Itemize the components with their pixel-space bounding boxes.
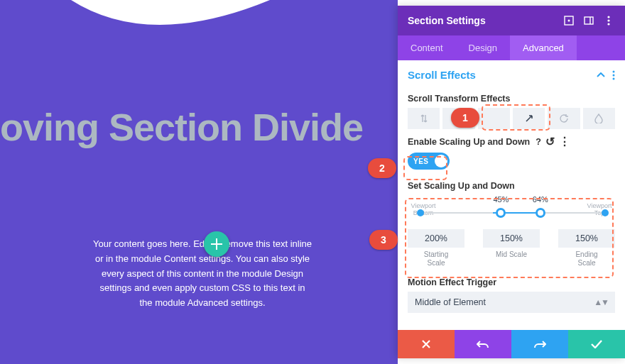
set-scaling-label: Set Scaling Up and Down: [408, 181, 615, 191]
effect-vertical-icon[interactable]: [408, 108, 440, 129]
cancel-button[interactable]: [398, 330, 455, 358]
section-more-icon[interactable]: [612, 70, 615, 80]
svg-point-7: [613, 70, 615, 72]
panel-body: Scroll Effects Scroll Transform Effects …: [398, 60, 625, 330]
undo-button[interactable]: [455, 330, 511, 358]
callout-highlight-2: [403, 156, 447, 180]
select-arrows-icon: ▲▼: [594, 297, 608, 307]
panel-tabs: Content Design Advanced: [398, 35, 625, 60]
add-module-button[interactable]: [204, 231, 229, 257]
settings-panel: Section Settings Content Design Advanced…: [398, 6, 625, 358]
callout-highlight-1: [482, 104, 550, 131]
svg-point-6: [607, 23, 609, 25]
section-title: Scroll Effects: [408, 69, 589, 81]
svg-point-1: [568, 20, 570, 22]
expand-icon[interactable]: [562, 14, 575, 27]
motion-trigger-value: Middle of Element: [415, 297, 486, 307]
motion-trigger-select[interactable]: Middle of Element ▲▼: [408, 292, 615, 313]
help-icon[interactable]: ?: [536, 137, 541, 147]
enable-scaling-label: Enable Scaling Up and Down ? ↺ ⋮: [408, 135, 615, 148]
svg-point-5: [607, 19, 609, 21]
panel-title: Section Settings: [408, 15, 486, 26]
panel-footer: [398, 330, 625, 358]
effect-rotate-icon[interactable]: [548, 108, 580, 129]
headline: oving Section Divide: [0, 105, 398, 149]
redo-button[interactable]: [511, 330, 568, 358]
motion-trigger-label: Motion Effect Trigger: [408, 277, 615, 287]
callout-badge-3: 3: [369, 230, 398, 250]
options-more-icon[interactable]: ⋮: [559, 135, 570, 148]
reset-icon[interactable]: ↺: [545, 135, 555, 148]
tab-content[interactable]: Content: [398, 35, 456, 60]
collapse-icon[interactable]: [597, 72, 605, 78]
effect-blur-icon[interactable]: [583, 108, 615, 129]
svg-point-4: [607, 16, 609, 18]
panel-titlebar: Section Settings: [398, 6, 625, 35]
svg-rect-2: [585, 17, 593, 24]
svg-point-9: [613, 77, 615, 79]
callout-highlight-3: [405, 198, 614, 278]
callout-badge-2: 2: [368, 158, 396, 178]
callout-badge-1: 1: [451, 108, 479, 128]
page-canvas: oving Section Divide Your content goes h…: [0, 0, 398, 364]
tab-advanced[interactable]: Advanced: [510, 35, 577, 60]
save-button[interactable]: [568, 330, 625, 358]
snap-icon[interactable]: [582, 14, 595, 27]
divider-curve: [71, 0, 270, 39]
more-icon[interactable]: [602, 14, 615, 27]
tab-design[interactable]: Design: [456, 35, 510, 60]
svg-point-8: [613, 74, 615, 76]
transform-effects-label: Scroll Transform Effects: [408, 94, 615, 104]
body-text: Your content goes here. Edit or remove t…: [0, 237, 398, 311]
